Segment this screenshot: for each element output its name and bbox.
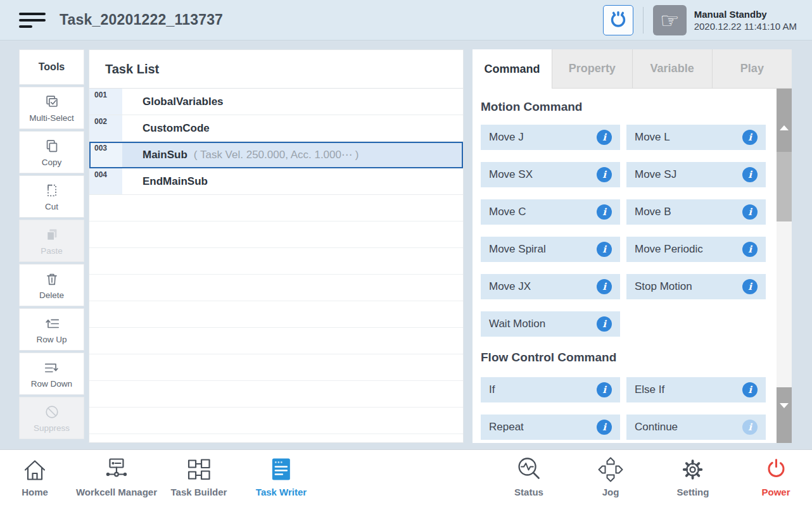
- paste-button[interactable]: Paste: [19, 220, 84, 262]
- info-icon[interactable]: i: [742, 242, 758, 257]
- info-icon[interactable]: i: [742, 130, 758, 145]
- task-row-empty: [89, 434, 463, 443]
- task-list-title: Task List: [89, 50, 463, 89]
- nav-item-home[interactable]: Home: [21, 456, 49, 497]
- command-button-move-jx[interactable]: Move JXi: [481, 274, 620, 299]
- info-icon[interactable]: i: [742, 279, 758, 294]
- command-button-wait-motion[interactable]: Wait Motioni: [481, 311, 620, 337]
- section-title-flow-control: Flow Control Command: [481, 351, 792, 365]
- task-row-empty: [89, 221, 463, 248]
- cut-icon: [44, 182, 60, 199]
- task-row[interactable]: 002 CustomCode: [89, 115, 463, 142]
- task-builder-icon: [185, 456, 213, 483]
- tab-command[interactable]: Command: [473, 49, 552, 89]
- info-icon[interactable]: i: [597, 279, 612, 294]
- task-row-empty: [89, 408, 463, 434]
- scroll-up-arrow-icon: [780, 125, 789, 130]
- nav-item-task-writer[interactable]: Task Writer: [256, 456, 307, 497]
- tab-play[interactable]: Play: [712, 49, 792, 89]
- copy-icon: [44, 138, 60, 154]
- nav-label: Status: [514, 487, 543, 497]
- bottom-nav: Home Workcell Manager: [0, 449, 812, 505]
- tab-variable[interactable]: Variable: [632, 49, 712, 89]
- command-button-move-sj[interactable]: Move SJi: [626, 162, 766, 187]
- command-button-move-sx[interactable]: Move SXi: [481, 162, 620, 187]
- nav-item-workcell-manager[interactable]: Workcell Manager: [76, 456, 157, 497]
- scrollbar-thumb[interactable]: [777, 152, 792, 221]
- info-icon[interactable]: i: [742, 167, 758, 182]
- nav-item-setting[interactable]: Setting: [677, 456, 709, 497]
- command-button-if[interactable]: Ifi: [481, 377, 620, 402]
- command-button-move-spiral[interactable]: Move Spirali: [481, 237, 620, 262]
- command-label: Move C: [489, 206, 526, 218]
- nav-label: Task Builder: [171, 487, 227, 497]
- nav-label: Power: [761, 487, 790, 497]
- nav-item-task-builder[interactable]: Task Builder: [171, 456, 227, 497]
- info-icon[interactable]: i: [597, 130, 612, 145]
- task-row-empty: [89, 328, 463, 354]
- command-button-move-c[interactable]: Move Ci: [481, 199, 620, 225]
- command-panel: Command Property Variable Play Motion Co…: [473, 49, 792, 443]
- command-label: Move Spiral: [489, 243, 546, 256]
- tools-panel: Tools Multi-Select Copy: [19, 49, 84, 439]
- row-number: 001: [89, 89, 122, 115]
- command-button-move-b[interactable]: Move Bi: [626, 199, 766, 225]
- scroll-down-button[interactable]: [777, 387, 792, 443]
- suppress-button[interactable]: Suppress: [19, 397, 84, 439]
- command-label: Else If: [635, 383, 664, 396]
- task-row-selected[interactable]: 003 MainSub ( Task Vel. 250.000, Acc. 1.…: [89, 142, 463, 168]
- delete-icon: [44, 271, 60, 287]
- info-icon[interactable]: i: [597, 382, 612, 397]
- nav-label: Task Writer: [256, 487, 307, 497]
- info-icon[interactable]: i: [597, 167, 612, 182]
- command-button-repeat[interactable]: Repeati: [481, 415, 620, 440]
- paste-icon: [44, 227, 60, 243]
- command-button-move-j[interactable]: Move Ji: [481, 125, 620, 150]
- cut-button[interactable]: Cut: [19, 175, 84, 218]
- nav-item-status[interactable]: Status: [514, 456, 543, 497]
- nav-label: Jog: [602, 487, 619, 497]
- scroll-up-button[interactable]: [777, 89, 792, 152]
- task-row-empty: [89, 275, 463, 301]
- row-up-button[interactable]: Row Up: [19, 308, 84, 351]
- task-row-empty: [89, 381, 463, 408]
- info-icon[interactable]: i: [597, 420, 612, 435]
- task-row-empty: [89, 354, 463, 381]
- nav-item-jog[interactable]: Jog: [597, 456, 625, 497]
- command-button-move-periodic[interactable]: Move Periodici: [626, 237, 766, 262]
- nav-item-power[interactable]: Power: [761, 456, 790, 497]
- multi-select-icon: [44, 94, 60, 110]
- command-label: Move J: [489, 131, 524, 144]
- info-icon[interactable]: i: [742, 420, 758, 435]
- tool-label: Paste: [41, 246, 63, 256]
- command-label: Repeat: [489, 421, 524, 433]
- info-icon[interactable]: i: [597, 316, 612, 332]
- info-icon[interactable]: i: [597, 242, 612, 257]
- task-row[interactable]: 004 EndMainSub: [89, 168, 463, 195]
- command-button-continue[interactable]: Continuei: [626, 415, 766, 440]
- info-icon[interactable]: i: [742, 204, 758, 220]
- tab-property[interactable]: Property: [552, 49, 631, 89]
- command-button-move-l[interactable]: Move Li: [626, 125, 766, 150]
- task-name: GlobalVariables: [143, 96, 224, 108]
- suppress-icon: [44, 404, 60, 420]
- command-button-else-if[interactable]: Else Ifi: [626, 377, 766, 402]
- gripper-button[interactable]: [603, 5, 633, 35]
- delete-button[interactable]: Delete: [19, 264, 84, 306]
- tool-label: Row Down: [31, 379, 72, 389]
- hamburger-menu-icon[interactable]: [19, 13, 46, 28]
- task-row[interactable]: 001 GlobalVariables: [89, 89, 463, 115]
- copy-button[interactable]: Copy: [19, 131, 84, 173]
- command-label: Wait Motion: [489, 318, 545, 330]
- command-button-stop-motion[interactable]: Stop Motioni: [626, 274, 766, 299]
- motion-command-grid: Move Ji Move Li Move SXi Move SJi Move C…: [481, 125, 792, 337]
- info-icon[interactable]: i: [742, 382, 758, 397]
- workspace: Tools Multi-Select Copy: [0, 41, 812, 449]
- section-title-motion: Motion Command: [481, 100, 792, 114]
- command-label: Move SX: [489, 168, 533, 181]
- info-icon[interactable]: i: [597, 204, 612, 220]
- row-down-button[interactable]: Row Down: [19, 352, 84, 395]
- task-detail: ( Task Vel. 250.000, Acc. 1.000⋯ ): [194, 148, 359, 161]
- multi-select-button[interactable]: Multi-Select: [19, 87, 84, 129]
- tool-label: Multi-Select: [29, 113, 74, 123]
